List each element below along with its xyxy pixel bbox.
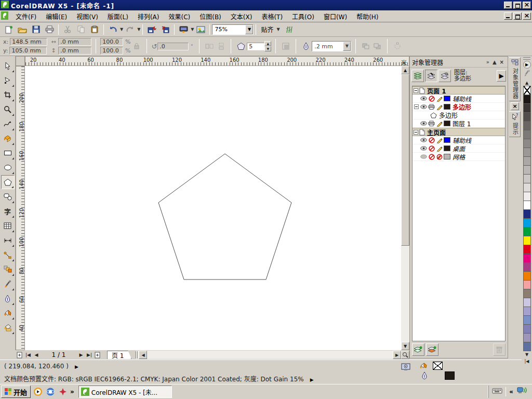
pencil-icon[interactable] (435, 137, 443, 143)
snap-to-button[interactable]: 贴齐 (258, 24, 276, 35)
palette-eyedropper-icon[interactable] (524, 70, 530, 78)
horizontal-scrollbar[interactable]: ◀ ▶ (136, 351, 409, 359)
printer-icon[interactable] (428, 120, 435, 127)
mirror-vertical-button[interactable] (215, 41, 227, 52)
color-swatch-21[interactable] (523, 271, 531, 281)
add-page-start-button[interactable] (16, 351, 24, 359)
menu-item-2[interactable]: 视图(V) (72, 12, 103, 22)
pick-tool[interactable] (1, 59, 15, 73)
layer-row[interactable]: 桌面 (413, 144, 505, 153)
rectangle-tool[interactable] (1, 146, 15, 160)
undo-button[interactable] (107, 24, 119, 35)
color-swatch-4[interactable] (523, 121, 531, 130)
scroll-right-icon[interactable]: ▶ (393, 351, 401, 359)
scrollbar-splitter[interactable] (136, 351, 138, 358)
color-swatch-29[interactable] (523, 342, 531, 351)
visibility-eye-icon[interactable] (420, 145, 428, 152)
add-page-end-button[interactable] (94, 351, 102, 359)
new-button[interactable] (3, 24, 15, 35)
color-swatch-26[interactable] (523, 315, 531, 325)
scroll-down-icon[interactable]: ▼ (401, 342, 409, 350)
app-launcher-button[interactable] (177, 24, 190, 35)
delete-layer-button[interactable] (493, 343, 506, 356)
edit-across-layers-button[interactable] (425, 70, 437, 82)
menu-item-4[interactable]: 排列(A) (133, 12, 164, 22)
color-swatch-14[interactable] (523, 209, 531, 219)
color-swatch-19[interactable] (523, 254, 531, 263)
restore-button[interactable] (513, 2, 522, 9)
print-disabled-icon[interactable] (428, 137, 435, 143)
expander-icon[interactable] (414, 130, 418, 135)
new-master-layer-button[interactable] (426, 343, 438, 356)
cut-button[interactable] (61, 24, 74, 35)
text-tool[interactable]: 字 (1, 204, 15, 218)
color-swatch-20[interactable] (523, 262, 531, 272)
scale-x-field[interactable]: 100.0 (100, 38, 123, 46)
taskbar-task-button[interactable]: CorelDRAW X5 - [未... (78, 385, 172, 398)
fill-tool[interactable] (1, 306, 15, 320)
redo-button[interactable] (124, 24, 136, 35)
color-swatch-18[interactable] (523, 245, 531, 254)
network-status-icon[interactable] (516, 387, 528, 397)
color-swatch-16[interactable] (523, 227, 531, 236)
import-button[interactable] (145, 24, 158, 35)
export-button[interactable] (159, 24, 171, 35)
doc-restore-button[interactable] (513, 12, 522, 20)
color-swatch-1[interactable] (523, 95, 531, 104)
menu-item-10[interactable]: 窗口(W) (319, 12, 352, 22)
polygon-tool[interactable] (1, 175, 15, 189)
open-button[interactable] (16, 24, 29, 35)
height-field[interactable]: .0 mm (58, 47, 91, 55)
menu-item-3[interactable]: 版面(L) (103, 12, 133, 22)
layer-row[interactable]: 网格 (413, 153, 505, 161)
pencil-icon[interactable] (435, 103, 443, 110)
y-position-field[interactable]: 105.0 mm (9, 47, 47, 55)
profile-flyout-icon[interactable]: ▶ (310, 377, 314, 382)
tray-collapse-icon[interactable]: « (509, 388, 513, 395)
color-swatch-27[interactable] (523, 324, 531, 334)
quick-launch-overflow-icon[interactable]: » (70, 388, 74, 395)
pan-zoom-button[interactable] (401, 351, 409, 359)
pencil-icon[interactable] (435, 120, 443, 127)
page-row[interactable]: 主页面 (413, 128, 505, 136)
layer-color-swatch[interactable] (444, 121, 450, 126)
color-swatch-8[interactable] (523, 156, 531, 166)
palette-expand-icon[interactable]: |◀ (525, 358, 529, 365)
menu-item-1[interactable]: 编辑(E) (41, 12, 72, 22)
save-button[interactable] (30, 24, 42, 35)
dimension-tool[interactable] (1, 233, 15, 247)
crop-tool[interactable] (1, 88, 15, 102)
basic-shapes-tool[interactable] (1, 190, 15, 204)
redo-dropdown-icon[interactable]: ▼ (137, 27, 140, 32)
color-swatch-3[interactable] (523, 112, 531, 122)
layer-row[interactable]: 图层 1 (413, 119, 505, 128)
page-tab[interactable]: 页 1 (107, 351, 131, 359)
welcome-button[interactable] (194, 24, 207, 35)
undo-dropdown-icon[interactable]: ▼ (120, 27, 123, 32)
document-properties-icon[interactable] (401, 363, 410, 373)
edit-disabled-icon[interactable] (435, 153, 443, 160)
no-color-swatch[interactable] (523, 86, 531, 95)
visibility-eye-icon[interactable] (420, 137, 428, 143)
visibility-eye-icon[interactable] (420, 153, 428, 160)
visibility-eye-icon[interactable] (420, 103, 428, 110)
print-button[interactable] (43, 24, 56, 35)
color-swatch-6[interactable] (523, 139, 531, 148)
previous-page-button[interactable]: ◀ (32, 351, 41, 359)
layer-row[interactable]: 辅助线 (413, 136, 505, 144)
menu-item-5[interactable]: 效果(C) (164, 12, 195, 22)
outline-status-icon[interactable] (421, 371, 428, 382)
polygon-points-stepper[interactable]: ▲▼ (264, 41, 271, 51)
outline-pen-tool[interactable] (1, 291, 15, 305)
doc-minimize-button[interactable] (504, 12, 512, 20)
expander-icon[interactable] (414, 88, 418, 93)
palette-flyout-button[interactable]: ▶ (523, 61, 531, 69)
layer-row[interactable]: 多边形 (413, 103, 505, 111)
eyedropper-tool[interactable] (1, 277, 15, 291)
menu-item-6[interactable]: 位图(B) (195, 12, 226, 22)
menu-item-11[interactable]: 帮助(H) (352, 12, 383, 22)
drawing-canvas[interactable] (25, 66, 401, 350)
interactive-fill-tool[interactable] (1, 321, 15, 335)
object-row[interactable]: 多边形 (413, 111, 505, 119)
layer-color-swatch[interactable] (444, 137, 450, 143)
